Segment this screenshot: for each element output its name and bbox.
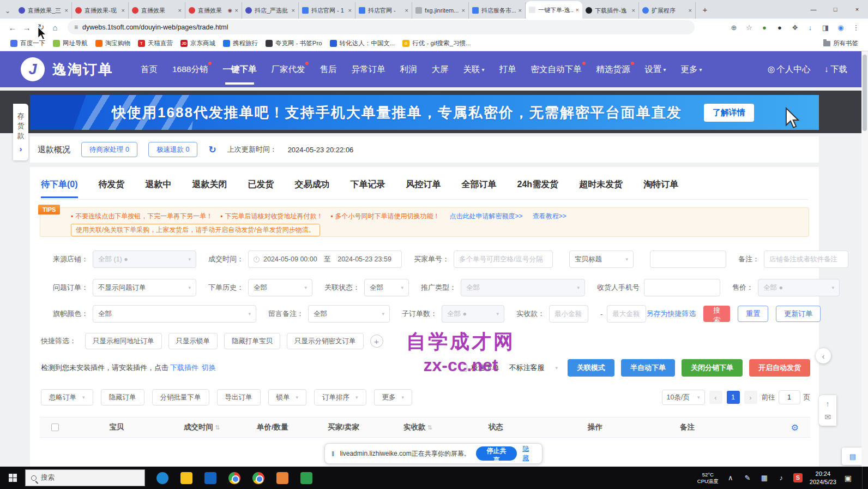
filter-control[interactable]: 最大金额 ▾: [607, 305, 646, 323]
table-column-header[interactable]: 单价/数量 ⇅: [240, 422, 304, 432]
browser-tab[interactable]: 直播效果 ◉ ×: [185, 2, 242, 19]
update-orders-button[interactable]: 更新订单: [776, 306, 821, 322]
nav-item[interactable]: 厂家代发 ▾: [271, 64, 305, 75]
chrome-icon[interactable]: [246, 467, 270, 489]
browser-tab[interactable]: 直播效果-现 ×: [72, 2, 129, 19]
tab-close-icon[interactable]: ×: [65, 7, 68, 14]
tab-close-icon[interactable]: ×: [292, 7, 295, 14]
table-column-header[interactable]: 实收款 ⇅: [382, 422, 453, 432]
filter-control[interactable]: 多个单号可用空格/逗号分隔 ▾: [454, 251, 553, 268]
side-drawer-tab[interactable]: 存货款 ›: [13, 104, 28, 160]
order-tab[interactable]: 下单记录: [351, 179, 385, 193]
reload-button[interactable]: ↻: [34, 20, 48, 34]
action-center-icon[interactable]: ▣: [845, 474, 852, 482]
downloads-icon[interactable]: ↓: [804, 21, 817, 34]
profile-avatar-icon[interactable]: ◉: [834, 21, 847, 34]
browser-tab[interactable]: 抖店官网 - ×: [355, 2, 412, 19]
taskbar-clock[interactable]: 20:24 2024/5/23: [810, 470, 836, 486]
pen-icon[interactable]: ✎: [743, 474, 752, 482]
order-tab[interactable]: 风控订单: [406, 179, 441, 193]
browser-tab[interactable]: 下载插件-逸 ×: [582, 2, 639, 19]
column-settings-gear-icon[interactable]: ⚙: [779, 422, 810, 433]
filter-control[interactable]: ▾: [650, 251, 726, 268]
sort-icon[interactable]: ⇅: [215, 424, 220, 431]
filter-control[interactable]: 全部 ● ▾: [442, 305, 504, 323]
start-button[interactable]: [0, 467, 25, 489]
quick-filter-button[interactable]: 只显示锁单: [168, 333, 218, 349]
address-bar[interactable]: ≡ dywebs.1tsoft.com/douyin-web/pages/tra…: [68, 20, 695, 34]
batch-button[interactable]: 分销批量下单 ▾: [152, 389, 209, 405]
filter-control[interactable]: 全部 ● ▾: [758, 279, 840, 296]
table-column-header[interactable]: 成交时间 ⇅: [163, 422, 241, 432]
help-icon[interactable]: ●: [773, 21, 786, 34]
batch-button[interactable]: 忽略订单 ▾: [41, 389, 93, 405]
order-tab[interactable]: 退款关闭: [192, 179, 227, 193]
green-app-icon[interactable]: [294, 467, 318, 489]
nav-item[interactable]: 售后 ▾: [320, 64, 336, 75]
filter-control[interactable]: 全部 (1) ● ▾: [93, 251, 196, 268]
promo-banner[interactable]: 快使用1688代发推单吧！支持手机大单量推单，专属私密价，无需解密平台面单直发 …: [30, 95, 819, 130]
browser-tab[interactable]: 抖店服务市... ×: [469, 2, 526, 19]
back-button[interactable]: ←: [5, 20, 20, 34]
site-settings-icon[interactable]: ≡: [74, 23, 78, 31]
show-desktop-button[interactable]: [862, 467, 865, 489]
browser-tab[interactable]: 直播效果_三 ×: [15, 2, 72, 19]
scrollbar-thumb[interactable]: [863, 55, 867, 131]
order-tab[interactable]: 已发货: [248, 179, 274, 193]
tray-expand-icon[interactable]: ∧: [726, 474, 736, 482]
side-panel-icon[interactable]: ◨: [819, 21, 832, 34]
mode-button[interactable]: 半自动下单: [621, 359, 675, 377]
bookmark-item[interactable]: 百度一下: [7, 39, 49, 47]
nav-item[interactable]: 更多 ▾: [681, 64, 702, 75]
browser-tab[interactable]: 直播效果 ×: [129, 2, 185, 19]
sort-icon[interactable]: ⇅: [427, 424, 432, 431]
browser-menu-icon[interactable]: ⋮: [849, 21, 863, 34]
refund-fast-button[interactable]: 极速退款 0: [148, 142, 197, 157]
order-tab[interactable]: 24h需发货: [517, 179, 559, 193]
new-tab-button[interactable]: +: [698, 2, 712, 16]
nav-item[interactable]: 大屏 ▾: [431, 64, 448, 75]
filter-control[interactable]: 最小金额 ▾: [549, 305, 588, 323]
browser-tab[interactable]: 抖店官网 - 1 ×: [299, 2, 355, 19]
bookmark-item[interactable]: G 行优 - gif搜索_习惯...: [399, 39, 474, 47]
tab-close-icon[interactable]: ×: [235, 7, 238, 14]
filter-control[interactable]: 全部 ▾: [248, 279, 312, 296]
home-button[interactable]: ⌂: [48, 20, 62, 34]
store-icon[interactable]: [198, 467, 222, 489]
filter-control[interactable]: 全部 ▾: [364, 279, 409, 296]
quick-filter-button[interactable]: 隐藏打单宝贝: [224, 333, 280, 349]
order-tab[interactable]: 超时未发货: [579, 179, 623, 193]
tab-close-icon[interactable]: ×: [689, 7, 692, 14]
table-column-header[interactable]: 买家/卖家 ⇅: [304, 422, 382, 432]
nav-item[interactable]: 密文自动下单 ▾: [531, 64, 582, 75]
search-button[interactable]: 搜索: [703, 306, 730, 322]
chevron-right-icon[interactable]: ›: [20, 144, 22, 153]
chrome-icon[interactable]: [222, 467, 246, 489]
download-plugin-link[interactable]: 下载插件: [170, 363, 198, 373]
browser-tab[interactable]: 抖店_严选批 ×: [242, 2, 299, 19]
view-tutorial-link[interactable]: 查看教程>>: [533, 212, 566, 221]
quick-filter-button[interactable]: 只显示分销密文订单: [287, 333, 364, 349]
mode-button[interactable]: 关联模式: [568, 359, 614, 377]
order-tab[interactable]: 全部订单: [462, 179, 497, 193]
contact-icon[interactable]: ✉: [824, 413, 831, 421]
all-bookmarks-button[interactable]: 所有书签: [823, 39, 861, 47]
zoom-icon[interactable]: ⊕: [727, 21, 740, 34]
filter-control[interactable]: 全部 ▾: [93, 305, 256, 323]
cpu-temp-widget[interactable]: 52°C CPU温度: [697, 472, 719, 485]
collapse-panel-button[interactable]: ‹: [816, 348, 831, 363]
extensions-puzzle-icon[interactable]: ❖: [788, 21, 801, 34]
fast-order-checkbox[interactable]: [460, 364, 467, 372]
filter-control[interactable]: 2024-05-09 00:00 至 2024-05-23 23:59 ▾: [248, 251, 402, 268]
taskbar-search[interactable]: 搜索: [25, 469, 145, 486]
table-column-header[interactable]: 操作 ⇅: [538, 422, 652, 432]
volume-icon[interactable]: ♪: [776, 474, 786, 482]
refresh-icon[interactable]: ↻: [208, 144, 216, 156]
current-page-button[interactable]: 1: [727, 391, 740, 404]
tab-close-icon[interactable]: ×: [462, 7, 465, 14]
sogou-input-icon[interactable]: S: [793, 473, 803, 482]
tab-close-icon[interactable]: ×: [405, 7, 408, 14]
order-tab[interactable]: 待下单(0): [41, 179, 78, 193]
nav-item[interactable]: 1688分销 ▾: [172, 64, 208, 75]
nav-item[interactable]: 利润 ▾: [400, 64, 417, 75]
